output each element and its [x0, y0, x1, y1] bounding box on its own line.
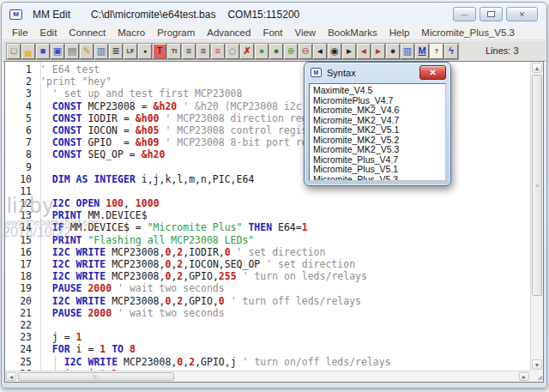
- code-editor[interactable]: 1' E64 test2'print "hey"3 ' set up and t…: [4, 61, 544, 383]
- line-number: 5: [5, 112, 32, 124]
- code-area[interactable]: 1' E64 test2'print "hey"3 ' set up and t…: [5, 62, 530, 371]
- line-number: 7: [5, 136, 32, 148]
- scroll-down-button[interactable]: ▼: [532, 359, 542, 370]
- arrow-right-red-icon: ▶: [376, 48, 380, 54]
- save-as-icon: ▣: [53, 46, 62, 56]
- vertical-scrollbar[interactable]: ▲ ≡ ▼: [530, 62, 543, 371]
- line-feed-button[interactable]: LF: [124, 44, 137, 59]
- font-color-icon: T: [157, 46, 163, 56]
- minimize-button[interactable]: —: [453, 7, 476, 21]
- code-line-7: 7 CONST GPIO = &h09 ' MCP23008 8-bit por…: [5, 136, 530, 148]
- new-file-icon: □: [11, 46, 17, 56]
- search-remove-button[interactable]: ⊖: [299, 44, 312, 59]
- syntax-option-micromite-plus-v5-3[interactable]: Micromite_Plus_V5.3: [313, 175, 445, 182]
- split-columns-button[interactable]: ▥: [401, 44, 414, 59]
- syntax-option-micromite-mk2-v5-3[interactable]: Micromite_MK2_V5.3: [313, 145, 445, 155]
- arrow-right-black-button[interactable]: ▶: [342, 44, 356, 59]
- code-line-2: 2'print "hey": [5, 75, 530, 87]
- code-line-19: 19 PAUSE 2000 ' wait two seconds: [5, 282, 530, 294]
- delete-red-x-icon: ✗: [243, 46, 250, 56]
- syntax-option-micromite-mk2-v5-1[interactable]: Micromite_MK2_V5.1: [313, 125, 445, 136]
- delete-red-x-button[interactable]: ✗: [240, 44, 254, 59]
- run-program-button[interactable]: ϟ: [444, 44, 458, 59]
- maximize-icon: [487, 11, 495, 17]
- font-size-button[interactable]: Tt: [167, 44, 181, 59]
- pen-button[interactable]: ✎: [80, 44, 94, 59]
- resize-grip[interactable]: ◢: [530, 371, 543, 382]
- arrow-left-black-icon: ◀: [317, 48, 322, 54]
- mmbasic-m-button[interactable]: M: [415, 44, 429, 59]
- record-dot-button[interactable]: ●: [138, 44, 152, 59]
- copy-button[interactable]: ▥: [94, 44, 108, 59]
- menu-macro[interactable]: Macro: [112, 27, 151, 38]
- mmedit-window: M MM Edit C:\dl\micromite\e64test.bas CO…: [1, 2, 547, 389]
- arrow-left-red-button[interactable]: ◀: [357, 44, 371, 59]
- numbered-list-button[interactable]: ≣: [109, 44, 123, 59]
- align-right-button[interactable]: ≡: [196, 44, 210, 59]
- scroll-left-button[interactable]: ◄: [6, 372, 16, 381]
- line-number: 14: [5, 221, 32, 233]
- search-remove-icon: ⊖: [301, 46, 309, 56]
- code-line-16: 16 I2C WRITE MCP23008,0,2,IODIR,0 ' set …: [5, 246, 530, 258]
- syntax-popup-title: Syntax: [327, 68, 356, 78]
- new-file-button[interactable]: □: [7, 44, 21, 59]
- save-icon: ■: [40, 46, 46, 56]
- align-left-button[interactable]: ≡: [182, 44, 196, 59]
- comment-bubble-button[interactable]: ◯: [226, 44, 239, 59]
- menu-edit[interactable]: Edit: [34, 27, 63, 38]
- menu-program[interactable]: Program: [151, 27, 201, 38]
- menu-font[interactable]: Font: [256, 27, 288, 38]
- menu-file[interactable]: File: [6, 27, 34, 38]
- menu-connect[interactable]: Connect: [63, 27, 112, 38]
- arrow-right-red-button[interactable]: ▶: [371, 44, 385, 59]
- syntax-option-micromite-plus-v5-1[interactable]: Micromite_Plus_V5.1: [313, 165, 445, 175]
- save-as-button[interactable]: ▣: [51, 44, 64, 59]
- toolbar-buttons: □▄■▣▤✎▥≣LF●TTt≡≡≡◯✗●●⊕⊖◀◉▶◀▶●▥M?ϟ: [7, 44, 459, 59]
- highlight-lines-button[interactable]: ≡: [211, 44, 225, 59]
- device-remove-button[interactable]: ●: [269, 44, 283, 59]
- line-number: 8: [5, 148, 32, 160]
- open-folder-button[interactable]: ▄: [21, 44, 35, 59]
- syntax-close-icon: ✕: [429, 68, 436, 77]
- code-line-9: 9: [5, 161, 530, 173]
- menu-help[interactable]: Help: [383, 27, 416, 38]
- vertical-scroll-thumb[interactable]: ≡: [532, 75, 542, 296]
- file-path: C:\dl\micromite\e64test.bas: [91, 9, 215, 21]
- syntax-option-maximite-v4-5[interactable]: Maximite_V4.5: [313, 86, 445, 96]
- scroll-right-button[interactable]: ►: [519, 372, 529, 381]
- globe-dark-button[interactable]: ●: [386, 44, 400, 59]
- pen-icon: ✎: [82, 46, 90, 56]
- help-button[interactable]: ?: [430, 44, 443, 59]
- print-button[interactable]: ▤: [65, 44, 79, 59]
- search-add-button[interactable]: ⊕: [284, 44, 298, 59]
- gutter-separator: [40, 62, 41, 371]
- arrow-left-black-button[interactable]: ◀: [313, 44, 327, 59]
- scroll-up-button[interactable]: ▲: [532, 63, 542, 73]
- horizontal-scroll-thumb[interactable]: |||: [18, 372, 174, 381]
- menubar: FileEditConnectMacroProgramAdvancedFontV…: [3, 26, 546, 40]
- close-button[interactable]: ✕: [506, 7, 538, 21]
- syntax-option-micromite-mk2-v4-6[interactable]: Micromite_MK2_V4.6: [313, 106, 445, 116]
- code-line-18: 18 I2C WRITE MCP23008,0,2,GPIO,255 ' tur…: [5, 270, 530, 282]
- save-button[interactable]: ■: [36, 44, 50, 59]
- menu-advanced[interactable]: Advanced: [201, 27, 256, 38]
- arrow-right-black-icon: ▶: [347, 48, 351, 54]
- syntax-popup-close-button[interactable]: ✕: [419, 65, 446, 80]
- code-line-17: 17 I2C WRITE MCP23008,0,2,IOCON,SEQ_OP '…: [5, 258, 530, 270]
- menu-micromite-plus-v5-3[interactable]: Micromite_Plus_V5.3: [415, 27, 521, 38]
- toolbar: □▄■▣▤✎▥≣LF●TTt≡≡≡◯✗●●⊕⊖◀◉▶◀▶●▥M?ϟ Lines:…: [3, 41, 546, 62]
- menu-view[interactable]: View: [288, 27, 322, 38]
- line-number: 17: [5, 258, 32, 270]
- menu-bookmarks[interactable]: BookMarks: [322, 27, 383, 38]
- maximize-button[interactable]: [480, 7, 503, 21]
- app-title: MM Edit: [33, 9, 70, 21]
- line-number: 19: [5, 282, 32, 294]
- target-button[interactable]: ◉: [328, 44, 341, 59]
- code-line-24: 24 FOR i = 1 TO 8: [5, 343, 530, 355]
- print-icon: ▤: [68, 46, 76, 56]
- font-color-button[interactable]: T: [153, 44, 166, 59]
- numbered-list-icon: ≣: [112, 46, 119, 56]
- horizontal-scrollbar[interactable]: ◄ ||| ►: [5, 371, 530, 382]
- syntax-version-list[interactable]: Maximite_V4.5MicromitePlus_V4.7Micromite…: [309, 83, 446, 181]
- device-add-button[interactable]: ●: [255, 44, 268, 59]
